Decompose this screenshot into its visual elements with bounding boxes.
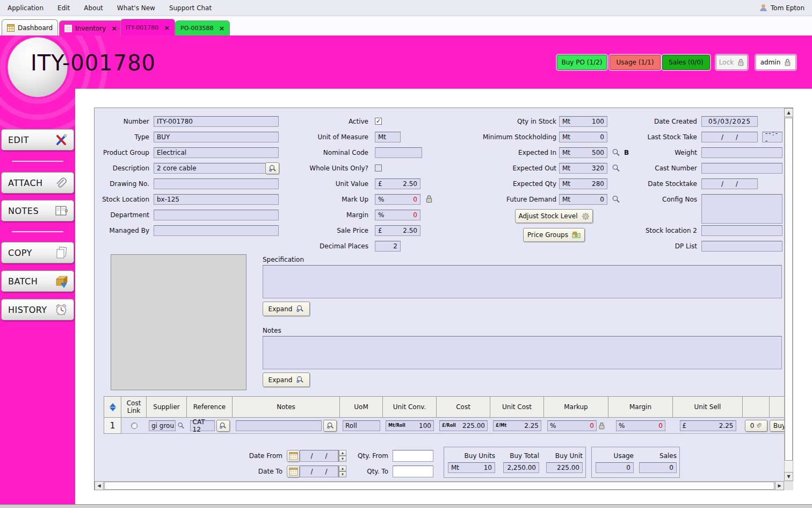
type-field[interactable]: BUY bbox=[154, 132, 279, 142]
cast-number-field[interactable] bbox=[701, 163, 782, 174]
price-groups-button[interactable]: Price Groups bbox=[523, 228, 585, 242]
notes-expand-button[interactable]: Expand bbox=[263, 373, 310, 387]
date-from-spinner[interactable]: ▲▼ bbox=[338, 450, 346, 462]
mark-up-field[interactable]: %0 bbox=[375, 194, 421, 205]
scroll-right-button[interactable]: ▶ bbox=[775, 481, 784, 490]
date-created-field[interactable]: 05/03/2025 bbox=[701, 116, 758, 127]
managed-by-field[interactable] bbox=[154, 225, 279, 236]
active-checkbox[interactable]: ✓ bbox=[375, 118, 382, 125]
notes-search-button[interactable] bbox=[323, 420, 337, 432]
supplier-field[interactable]: gi grou bbox=[149, 420, 176, 431]
date-from-field[interactable]: / / bbox=[300, 450, 338, 462]
department-field[interactable] bbox=[154, 210, 279, 220]
user-menu[interactable]: Tom Epton bbox=[759, 4, 804, 12]
lock-button[interactable]: Lock bbox=[716, 55, 748, 70]
tab-inventory[interactable]: Inventory × bbox=[59, 20, 122, 35]
nominal-code-field[interactable] bbox=[375, 147, 422, 158]
qty-to-input[interactable] bbox=[393, 466, 433, 477]
search-icon[interactable] bbox=[177, 422, 185, 430]
cost-field[interactable]: £/Roll225.00 bbox=[439, 420, 488, 431]
tab-close-icon[interactable]: × bbox=[164, 24, 170, 32]
tab-ity-001780[interactable]: ITY-001780 × bbox=[120, 19, 175, 35]
unit-conv-field[interactable]: Mt/Roll100 bbox=[386, 420, 434, 431]
usage-button[interactable]: Usage (1/1) bbox=[610, 55, 661, 70]
description-search-button[interactable] bbox=[265, 162, 279, 174]
vertical-scroll-thumb[interactable] bbox=[785, 118, 793, 461]
menu-support-chat[interactable]: Support Chat bbox=[169, 4, 212, 12]
sidebar-edit-button[interactable]: EDIT bbox=[1, 129, 74, 151]
tab-po-003588[interactable]: PO-003588 × bbox=[175, 20, 230, 35]
sidebar-history-button[interactable]: HISTORY bbox=[1, 299, 74, 320]
scroll-left-button[interactable]: ◀ bbox=[95, 481, 104, 490]
unit-cost-field[interactable]: £/Mt2.25 bbox=[493, 420, 541, 431]
reference-field[interactable]: CAT 12 bbox=[190, 420, 215, 431]
search-icon[interactable] bbox=[612, 195, 620, 204]
qty-from-input[interactable] bbox=[393, 450, 433, 462]
stock-location-field[interactable]: bx-125 bbox=[154, 194, 279, 205]
last-stock-take-time-field[interactable]: --:-- bbox=[762, 132, 782, 142]
expected-out-field[interactable]: Mt320 bbox=[559, 163, 607, 174]
expected-in-field[interactable]: Mt500 bbox=[559, 147, 607, 158]
date-from-calendar-button[interactable] bbox=[287, 450, 300, 462]
row-notes-field[interactable] bbox=[236, 420, 322, 431]
stock-location-2-field[interactable] bbox=[701, 225, 782, 236]
sale-price-field[interactable]: £2.50 bbox=[375, 225, 421, 236]
dp-list-field[interactable] bbox=[701, 241, 782, 252]
description-field[interactable]: 2 core cable bbox=[154, 163, 279, 174]
search-icon[interactable] bbox=[612, 148, 620, 157]
scroll-down-button[interactable]: ▼ bbox=[784, 472, 793, 481]
sales-button[interactable]: Sales (0/0) bbox=[662, 55, 710, 70]
margin-field[interactable]: %0 bbox=[375, 210, 421, 220]
tab-dashboard[interactable]: Dashboard bbox=[2, 19, 58, 35]
search-icon[interactable] bbox=[612, 164, 620, 173]
margin-field[interactable]: %0 bbox=[616, 420, 665, 431]
nominal-code-label: Nominal Code bbox=[299, 147, 368, 158]
unit-of-measure-field[interactable]: Mt bbox=[375, 132, 401, 142]
date-to-calendar-button[interactable] bbox=[287, 466, 300, 477]
attachments-button[interactable]: 0 bbox=[745, 420, 767, 432]
menu-whats-new[interactable]: What's New bbox=[117, 4, 155, 12]
menu-application[interactable]: Application bbox=[8, 4, 44, 12]
unit-value-field[interactable]: £2.50 bbox=[375, 178, 421, 189]
notes-textarea[interactable] bbox=[263, 336, 782, 369]
whole-units-checkbox[interactable] bbox=[375, 164, 382, 171]
product-group-field[interactable]: Electrical bbox=[154, 147, 279, 158]
tab-close-icon[interactable]: × bbox=[219, 24, 225, 32]
markup-field[interactable]: %0 bbox=[547, 420, 597, 431]
date-stocktake-field[interactable]: / / bbox=[701, 178, 758, 189]
cost-link-radio[interactable] bbox=[131, 423, 137, 429]
adjust-stock-level-button[interactable]: Adjust Stock Level bbox=[515, 209, 593, 223]
horizontal-scroll-thumb[interactable] bbox=[104, 482, 774, 490]
number-field[interactable]: ITY-001780 bbox=[154, 116, 279, 127]
uom-field[interactable]: Roll bbox=[343, 420, 380, 431]
config-nos-field[interactable] bbox=[701, 194, 782, 224]
qty-in-stock-field[interactable]: Mt100 bbox=[559, 116, 607, 127]
specification-textarea[interactable] bbox=[263, 265, 782, 298]
date-to-spinner[interactable]: ▲▼ bbox=[338, 466, 346, 477]
item-image-placeholder[interactable] bbox=[111, 254, 247, 390]
menu-edit[interactable]: Edit bbox=[57, 4, 70, 12]
decimal-places-field[interactable]: 2 bbox=[375, 241, 401, 252]
scroll-up-button[interactable]: ▲ bbox=[784, 108, 793, 117]
date-to-field[interactable]: / / bbox=[300, 466, 338, 477]
menu-about[interactable]: About bbox=[84, 4, 103, 12]
reference-search-button[interactable] bbox=[216, 420, 230, 432]
specification-expand-button[interactable]: Expand bbox=[263, 302, 310, 316]
sidebar-copy-button[interactable]: COPY bbox=[1, 242, 74, 263]
drawing-no-field[interactable] bbox=[154, 178, 279, 189]
sidebar-attach-button[interactable]: ATTACH bbox=[1, 172, 74, 194]
price-groups-label: Price Groups bbox=[527, 231, 568, 239]
expected-qty-field[interactable]: Mt280 bbox=[559, 178, 607, 189]
min-stockholding-field[interactable]: Mt0 bbox=[559, 132, 607, 142]
buy-button[interactable]: Buy bbox=[770, 420, 785, 432]
sidebar-batch-button[interactable]: BATCH bbox=[1, 270, 74, 292]
admin-button[interactable]: admin bbox=[756, 55, 796, 70]
future-demand-field[interactable]: Mt0 bbox=[559, 194, 607, 205]
sidebar-notes-button[interactable]: NOTES bbox=[1, 200, 74, 221]
sort-column-header[interactable] bbox=[104, 396, 121, 418]
tab-close-icon[interactable]: × bbox=[111, 24, 117, 32]
weight-field[interactable] bbox=[701, 147, 782, 158]
unit-sell-field[interactable]: £2.25 bbox=[680, 420, 736, 431]
last-stock-take-date-field[interactable]: / / bbox=[701, 132, 758, 142]
buy-po-button[interactable]: Buy PO (1/2) bbox=[557, 55, 607, 70]
